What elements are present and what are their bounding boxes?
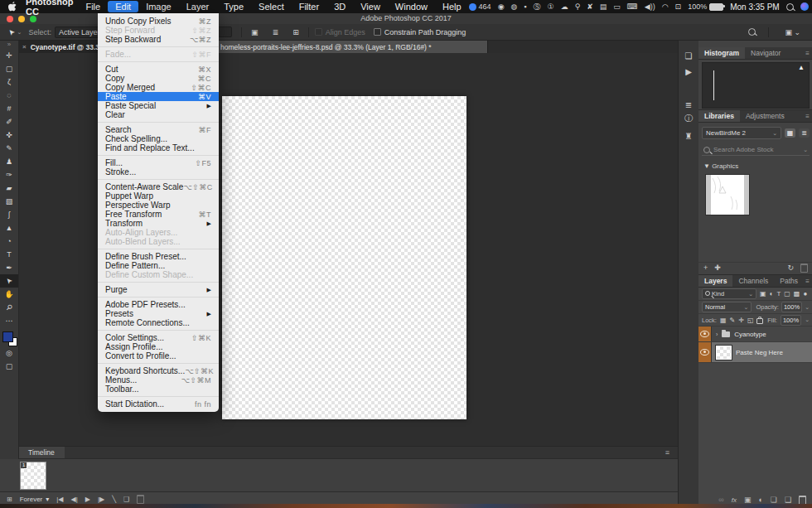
tool-presets-icon[interactable]: ♜ xyxy=(679,132,698,141)
layer-effects-icon[interactable]: fx xyxy=(732,496,737,504)
path-alignment-icon[interactable]: ▣ xyxy=(251,28,259,36)
new-layer-icon[interactable]: ❑ xyxy=(785,496,791,504)
brush-tool[interactable]: ✎ xyxy=(0,142,18,155)
dark-square-icon[interactable]: ▪ xyxy=(524,0,526,13)
play-button[interactable]: ▶ xyxy=(85,496,90,503)
blend-mode-dropdown[interactable]: Normal⌄ xyxy=(702,302,752,312)
pen-tool[interactable]: ✒ xyxy=(0,261,18,274)
filter-toggle[interactable]: ● xyxy=(803,290,807,298)
layer-thumbnail[interactable] xyxy=(716,346,732,360)
menu-item-transform[interactable]: Transform▶ xyxy=(98,219,219,228)
layer-mask-icon[interactable]: ▣ xyxy=(744,496,752,504)
next-frame-button[interactable]: |▶ xyxy=(98,496,104,503)
menu-type[interactable]: Type xyxy=(216,1,251,12)
library-search-input[interactable]: Search Adobe Stock ⌄ xyxy=(702,144,810,156)
volume-icon[interactable]: ◀)) xyxy=(645,0,655,13)
cloud-upload-icon[interactable]: ☁ xyxy=(561,0,568,13)
menu-item-define-brush-preset[interactable]: Define Brush Preset... xyxy=(98,252,219,261)
type-tool[interactable]: T xyxy=(0,248,18,261)
menu-image[interactable]: Image xyxy=(138,1,179,12)
close-tab-icon[interactable]: × xyxy=(22,43,27,51)
wifi-icon[interactable]: ◠ xyxy=(662,0,669,13)
apple-menu[interactable] xyxy=(8,2,17,12)
screen-mode-icon[interactable]: ▢ xyxy=(0,360,18,373)
adjustment-layer-icon[interactable]: ◐ xyxy=(758,496,762,504)
circled-number-icon[interactable]: ① xyxy=(548,0,554,13)
info-icon[interactable]: ⓘ xyxy=(679,113,698,124)
menu-item-presets[interactable]: Presets▶ xyxy=(98,309,219,318)
menu-item-adobe-pdf-presets[interactable]: Adobe PDF Presets... xyxy=(98,300,219,309)
menu-view[interactable]: View xyxy=(353,1,388,12)
tab-channels[interactable]: Channels xyxy=(732,275,774,287)
battery-indicator[interactable]: 100% xyxy=(688,2,723,11)
tab-timeline[interactable]: Timeline xyxy=(18,447,65,458)
menu-item-define-pattern[interactable]: Define Pattern... xyxy=(98,261,219,270)
blur-tool[interactable]: ▲ xyxy=(0,221,18,235)
sync-icon[interactable]: ↻ xyxy=(787,264,794,272)
tool-preset-chevron-icon[interactable]: ⌄ xyxy=(17,29,22,36)
menu-item-remote-connections[interactable]: Remote Connections... xyxy=(98,318,219,327)
eraser-tool[interactable]: ▰ xyxy=(0,181,18,195)
display-mirroring-icon[interactable]: ⊡ xyxy=(675,0,682,13)
menu-item-content-aware-scale[interactable]: Content-Aware Scale⌥⇧⌘C xyxy=(98,182,219,191)
menu-item-start-dictation[interactable]: Start Dictation...fn fn xyxy=(98,399,219,409)
group-expand-chevron-icon[interactable]: › xyxy=(716,331,718,337)
lock-pixels-icon[interactable]: ✎ xyxy=(730,317,736,324)
duplicate-frame-button[interactable]: ❑ xyxy=(123,496,129,503)
tab-histogram[interactable]: Histogram xyxy=(698,47,745,59)
menu-item-keyboard-shortcuts[interactable]: Keyboard Shortcuts...⌥⇧⌘K xyxy=(98,366,219,375)
keyboard-icon[interactable]: ⌨ xyxy=(627,0,638,13)
link-layers-icon[interactable]: ∞ xyxy=(718,496,723,504)
libraries-panel-menu-icon[interactable]: ≡ xyxy=(805,113,810,120)
path-arrange-icon[interactable]: ⊞ xyxy=(292,28,299,36)
document-icon[interactable]: ▤ xyxy=(600,0,607,13)
tab-layers[interactable]: Layers xyxy=(698,275,732,287)
list-view-button[interactable]: ≣ xyxy=(799,128,810,138)
menu-item-puppet-warp[interactable]: Puppet Warp xyxy=(98,191,219,201)
fill-field[interactable]: 100% xyxy=(781,315,801,326)
menu-item-perspective-warp[interactable]: Perspective Warp xyxy=(98,201,219,210)
menu-item-purge[interactable]: Purge▶ xyxy=(98,285,219,294)
add-content-icon[interactable]: ✚ xyxy=(714,264,721,272)
menu-3d[interactable]: 3D xyxy=(326,1,353,12)
search-icon[interactable] xyxy=(748,28,756,36)
history-icon[interactable]: ❏ xyxy=(679,51,698,60)
layer-visibility-toggle[interactable] xyxy=(698,327,712,341)
s-badge-icon[interactable]: Ⓢ xyxy=(534,0,541,13)
menu-item-copy[interactable]: Copy⌘C xyxy=(98,74,219,83)
layer-name[interactable]: Cyanotype xyxy=(734,331,766,338)
opacity-field[interactable]: 100% xyxy=(781,302,802,312)
menu-bar-clock[interactable]: Mon 3:35 PM xyxy=(730,2,779,12)
quick-selection-tool[interactable]: ◌ xyxy=(0,89,18,102)
add-graphic-icon[interactable]: + xyxy=(703,264,708,272)
convert-timeline-icon[interactable]: ⊞ xyxy=(7,496,12,503)
menu-item-color-settings[interactable]: Color Settings...⇧⌘K xyxy=(98,333,219,342)
document-tab-inactive[interactable]: homeless-portraits-lee-jeffries-8.psd @ … xyxy=(199,41,488,53)
notification-badge[interactable]: 464 xyxy=(469,2,491,11)
lock-position-icon[interactable]: ✛ xyxy=(738,317,744,324)
gradient-tool[interactable]: ▧ xyxy=(0,195,18,208)
actions-icon[interactable]: ▶ xyxy=(679,67,698,76)
menu-layer[interactable]: Layer xyxy=(179,1,217,12)
adjustment-filter-icon[interactable]: ◐ xyxy=(770,290,774,298)
layer-filter-dropdown[interactable]: Kind ⌄ xyxy=(702,288,756,299)
previous-frame-button[interactable]: ◀| xyxy=(71,496,78,503)
menu-item-free-transform[interactable]: Free Transform⌘T xyxy=(98,210,219,219)
layer-group-icon[interactable]: ❏ xyxy=(771,496,777,504)
tab-adjustments[interactable]: Adjustments xyxy=(740,110,790,122)
circle-icon[interactable]: ◍ xyxy=(511,0,518,13)
menu-item-clear[interactable]: Clear xyxy=(98,110,219,119)
tween-button[interactable]: ╲ xyxy=(112,496,116,503)
document-canvas[interactable] xyxy=(222,96,466,419)
spotlight-search-icon[interactable] xyxy=(786,3,794,11)
timeline-panel-menu-icon[interactable]: ≡ xyxy=(665,448,669,457)
menu-help[interactable]: Help xyxy=(435,1,469,12)
dodge-tool[interactable]: ◔ xyxy=(0,235,18,248)
menu-filter[interactable]: Filter xyxy=(292,1,326,12)
lock-all-icon[interactable] xyxy=(756,318,763,324)
path-distribute-icon[interactable]: ≣ xyxy=(273,28,279,36)
smudge-tool[interactable]: ʃ xyxy=(0,208,18,221)
marquee-tool[interactable]: ▢ xyxy=(0,62,18,75)
type-filter-icon[interactable]: T xyxy=(776,290,781,298)
grid-view-button[interactable]: ▦ xyxy=(785,128,795,138)
